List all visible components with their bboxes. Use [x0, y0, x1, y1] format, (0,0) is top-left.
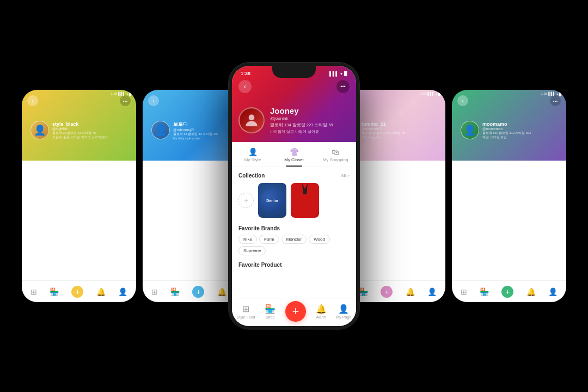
card5-nav-home[interactable]: ⊞: [461, 287, 467, 296]
profile-more-button[interactable]: •••: [336, 80, 350, 93]
brand-chip-wood[interactable]: Wood: [309, 235, 330, 244]
collection-denim-item[interactable]: Denim: [258, 183, 286, 218]
card4-desc: I life_long_sty: [362, 136, 437, 139]
brand-chip-moncler[interactable]: Moncler: [281, 235, 307, 244]
card5-nav-alarm[interactable]: 🔔: [526, 287, 536, 296]
card5-profile-row: 👤 moomamo @moomamo 팔로워 520 팔로잉 112 스타일 3…: [458, 121, 560, 139]
card5-nav-plus[interactable]: +: [501, 286, 513, 298]
card5-header: 1:38 ▌▌▌ ▾ ▉ ‹ 👤 moomamo @moomamo 팔로워 52…: [452, 90, 566, 161]
card4-username: tommo_21: [362, 121, 437, 127]
card2-nav-alarm[interactable]: 🔔: [217, 287, 226, 296]
profile-handle: @joonink: [270, 116, 333, 121]
mypage-label: My Page: [336, 315, 351, 319]
alarm-label: Alarm: [316, 315, 326, 319]
side-card-5[interactable]: 1:38 ▌▌▌ ▾ ▉ ‹ 👤 moomamo @moomamo 팔로워 52…: [452, 90, 566, 302]
phone-shell: 1:38 ▌▌▌ ▾ ▉ ‹ •••: [229, 63, 359, 329]
card5-bottom-nav: ⊞ 🏪 + 🔔 👤: [452, 280, 566, 302]
card4-battery-icon: ▉: [438, 92, 441, 96]
profile-back-button[interactable]: ‹: [238, 80, 252, 93]
card4-nav-plus[interactable]: +: [381, 286, 393, 298]
collection-title: Collection: [238, 173, 265, 179]
card5-avatar: 👤: [461, 121, 479, 139]
collection-jacket-item[interactable]: [291, 183, 319, 218]
side-card-1[interactable]: 1:38 ▌▌▌ ▾ ▉ ‹ 👤 style_black @styleblk 팔…: [22, 90, 136, 302]
card5-back-button[interactable]: ‹: [457, 95, 468, 106]
card1-back-button[interactable]: ‹: [27, 95, 38, 106]
profile-avatar: [238, 107, 265, 133]
card1-body: [22, 161, 136, 280]
card1-nav-mypage[interactable]: 👤: [118, 287, 127, 296]
card1-stats: 팔로워 20 팔로잉 51 스타일 46: [52, 131, 127, 135]
card4-handle: @moomoo21: [362, 127, 437, 131]
card1-nav-home[interactable]: ⊞: [30, 287, 37, 296]
phone-screen: 1:38 ▌▌▌ ▾ ▉ ‹ •••: [232, 66, 356, 326]
avatar-person-svg: [243, 112, 260, 129]
card2-nav-home[interactable]: ⊞: [151, 287, 158, 296]
card2-nav-plus[interactable]: +: [192, 286, 204, 298]
tab-my-shopping-label: My Shopping: [323, 157, 348, 162]
card1-avatar: 👤: [30, 121, 49, 139]
card1-desc: 오늘도 좋은 스타일 하려고 노력하겠다: [52, 136, 127, 139]
phone-bottom-nav: ⊞ Style Feed 🏪 Shop + 🔔 Alarm 👤 My Page: [232, 298, 356, 326]
brands-title: Favorite Brands: [238, 225, 350, 231]
card4-text-block: tommo_21 @moomoo21 팔로워 10 팔로잉 52 스타일 46 …: [362, 121, 437, 139]
card1-profile-row: 👤 style_black @styleblk 팔로워 20 팔로잉 51 스타…: [28, 121, 130, 139]
profile-user-area: Jooney @joonink 팔로워 134 팔로잉 223 스타일 59 나…: [238, 106, 333, 134]
brand-chip-form[interactable]: Form: [259, 235, 279, 244]
tab-my-style-label: My Style: [244, 157, 261, 162]
bottom-nav-alarm[interactable]: 🔔 Alarm: [316, 304, 327, 319]
tab-my-style[interactable]: 👤 My Style: [232, 142, 273, 167]
card4-time: 1:38: [420, 92, 427, 95]
alarm-icon: 🔔: [316, 304, 327, 314]
card2-back-button[interactable]: ‹: [148, 95, 159, 106]
svg-point-0: [249, 114, 255, 120]
profile-bio: 나이답게 살고 나답게 살아요: [270, 129, 333, 134]
card5-nav-mypage[interactable]: 👤: [548, 287, 558, 296]
my-style-icon: 👤: [234, 148, 271, 156]
card2-avatar-person: 👤: [152, 121, 169, 139]
card1-header: 1:38 ▌▌▌ ▾ ▉ ‹ 👤 style_black @styleblk 팔…: [22, 90, 136, 161]
card4-nav-alarm[interactable]: 🔔: [406, 287, 415, 296]
card5-body: [452, 161, 566, 280]
battery-icon: ▉: [344, 71, 347, 76]
collection-row: + Denim: [238, 183, 350, 218]
card2-nav-shop[interactable]: 🏪: [170, 287, 180, 296]
collection-add-button[interactable]: +: [238, 193, 254, 208]
card5-avatar-person: 👤: [461, 121, 479, 139]
bottom-nav-shop[interactable]: 🏪 Shop: [265, 304, 275, 319]
collection-all-link[interactable]: All >: [341, 173, 350, 178]
phone-notch: [272, 66, 316, 78]
profile-tabs: 👤 My Style 👚 My Closet 🛍 My Shopping: [232, 142, 356, 167]
brand-chip-supreme[interactable]: Supreme: [238, 246, 266, 255]
card4-signal-icon: ▌▌▌: [427, 92, 434, 95]
card1-time: 1:38: [111, 92, 118, 95]
card4-nav-shop[interactable]: 🏪: [359, 287, 368, 296]
bottom-nav-plus-button[interactable]: +: [285, 301, 306, 322]
card5-time: 1:38: [541, 92, 548, 95]
style-feed-icon: ⊞: [242, 304, 249, 314]
brand-chip-nike[interactable]: Nike: [238, 235, 257, 244]
card1-bottom-nav: ⊞ 🏪 + 🔔 👤: [22, 280, 136, 302]
card5-username: moomamo: [482, 121, 558, 127]
card1-nav-plus[interactable]: +: [71, 286, 83, 298]
mypage-icon: 👤: [338, 304, 349, 314]
signal-icon: ▌▌▌: [329, 71, 339, 76]
bottom-nav-style-feed[interactable]: ⊞ Style Feed: [237, 304, 255, 319]
card4-nav-mypage[interactable]: 👤: [427, 287, 437, 296]
fav-product-title: Favorite Product: [238, 262, 350, 268]
card5-nav-shop[interactable]: 🏪: [480, 287, 489, 296]
card5-text-block: moomamo @moomamo 팔로워 520 팔로잉 112 스타일 323…: [482, 121, 558, 139]
card1-more-button[interactable]: •••: [120, 95, 131, 106]
bottom-nav-mypage[interactable]: 👤 My Page: [336, 304, 351, 319]
card2-avatar: 👤: [151, 121, 170, 139]
card1-nav-shop[interactable]: 🏪: [50, 287, 59, 296]
shop-label: Shop: [266, 315, 274, 319]
card1-username: style_black: [52, 121, 127, 127]
card5-more-button[interactable]: •••: [550, 95, 561, 106]
profile-name: Jooney: [270, 106, 333, 115]
my-shopping-icon: 🛍: [317, 148, 354, 156]
card1-nav-alarm[interactable]: 🔔: [96, 287, 106, 296]
tab-my-closet[interactable]: 👚 My Closet: [273, 142, 315, 167]
card1-text-block: style_black @styleblk 팔로워 20 팔로잉 51 스타일 …: [52, 121, 127, 139]
tab-my-shopping[interactable]: 🛍 My Shopping: [315, 142, 356, 167]
